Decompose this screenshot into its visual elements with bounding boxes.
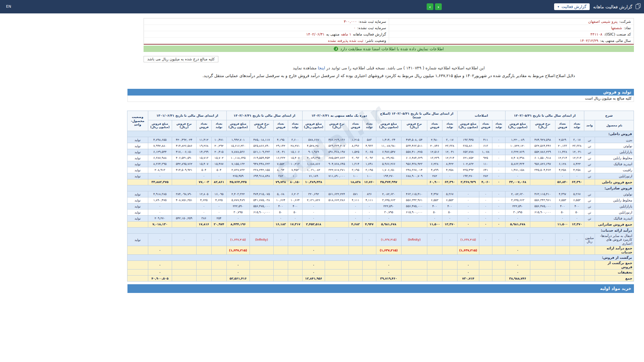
value-cell [570, 276, 584, 282]
value-cell: ۱,۴۷۱,۱۵۸ [505, 167, 530, 173]
page-title: گزارش فعالیت ماهانه [593, 4, 632, 9]
column-header: نرخ فروش (ریال) [250, 120, 273, 131]
value-cell: ۲,۰۸۲,۶۳۰ [505, 191, 530, 197]
value-cell: ۱,۰۳۱,۰۸۲ [302, 167, 325, 173]
info-row: کد صنعت (ISIC):۴۴۱۱۰۸ [389, 31, 634, 38]
value-cell: ۰ [226, 261, 250, 269]
value-cell: ۹۴۷,۴۴۸,۶۲۳ [250, 161, 273, 167]
value-cell: ۰ [457, 261, 479, 269]
column-header: مبلغ فروش (میلیون ریال) [302, 120, 325, 131]
value-cell: ۶,۳۸۷,۹۸۸ [148, 155, 172, 161]
table-row: ارتوزایلینتن۵۰۵۰۶۱۵,۹۰۰,۰۰۰۳۰,۷۹۵۰۰۰۵۰۵۰… [127, 209, 634, 215]
value-cell: ۰ [457, 203, 479, 209]
value-cell: ۳,۶۰۰ [288, 137, 302, 143]
info-value: ۴۴۱۱۰۸ [590, 32, 602, 37]
value-cell: ۰ [492, 221, 505, 227]
correction-reason: دلایل اصلاح:اصلاح مربوط به مقادیر بارگیر… [144, 73, 634, 78]
production-table-wrapper: Codal.ir شرحاز ابتدای سال مالی تا تاریخ … [127, 111, 634, 282]
value-cell: ۰ [148, 209, 172, 215]
unit-cell: میلیون ریال [584, 233, 595, 246]
value-cell: ۴,۴۹۷ [555, 191, 570, 197]
column-header: نام محصول [595, 120, 634, 131]
column-group-header: از ابتدای سال مالی تا تاریخ ۱۴۰۲/۰۶/۳۱ [226, 111, 302, 120]
value-cell: ۲۰۸,۹۱۳ [148, 167, 172, 173]
value-cell: ۵۷۸,۶۶۷ [302, 137, 325, 143]
value-cell [250, 246, 273, 255]
value-cell: ۱۰۲,۸۳۲ [457, 161, 479, 167]
info-value: پترو شیمی اصفهان [588, 19, 618, 24]
column-header: مبلغ فروش (میلیون ریال) [457, 120, 479, 131]
product-name-cell: بنزن [595, 137, 634, 143]
value-cell: ۷۷,۰۰۳ [196, 179, 211, 185]
value-cell [442, 261, 457, 269]
value-cell: ۰ [492, 197, 505, 203]
value-cell [250, 179, 273, 185]
unit-cell: تن [584, 191, 595, 197]
value-cell: ۴,۶۸۲ [348, 221, 362, 227]
value-cell [479, 261, 492, 269]
value-cell: ۶,۵۵۳ [555, 197, 570, 203]
status-cell: تولید [127, 143, 148, 149]
previous-version-link[interactable]: اینجا [318, 66, 325, 70]
value-cell: ۶۱۵,۹۰۰,۰۰۰ [250, 209, 273, 215]
value-cell: ۵۳۹,۳۳۴,۲۰۷ [325, 143, 348, 149]
value-cell [442, 269, 457, 276]
value-cell: ۰ [196, 173, 211, 179]
value-cell: ۴۲۰,۴۹۲,۰۲۴ [172, 137, 196, 143]
next-report-button[interactable]: › [435, 3, 442, 10]
report-type-dropdown[interactable]: گزارش فعالیت ▾ [554, 3, 590, 10]
value-cell: ۰ [457, 269, 479, 276]
info-value: ۱ ماهه [341, 32, 351, 37]
value-cell: ۱۵,۴۷۷ [211, 161, 226, 167]
product-name-cell: پارازایلین [595, 203, 634, 209]
value-cell: ۱۷,۸۱۶ [196, 221, 211, 227]
value-cell [570, 246, 584, 255]
info-row: سرمایه ثبت نشده:۰ [144, 25, 389, 31]
value-cell: ۴,۶۲۵ [196, 197, 211, 203]
status-cell: تولید [127, 197, 148, 203]
value-cell: ۰ [148, 173, 172, 179]
value-cell: ۱۰,۱۱۸,۶۴۵ [226, 155, 250, 161]
value-cell: ۰ [325, 233, 348, 246]
column-header: تعداد تولید [362, 120, 376, 131]
value-cell: ۰ [479, 203, 492, 209]
product-name-cell: جمع برگشت از فروش [595, 261, 634, 269]
value-cell: ۰ [457, 191, 479, 197]
value-cell: ۴,۱۱۱ [348, 197, 362, 203]
total-row: جمع برگشت از فروش۰۰۰۰۰۰ [127, 261, 634, 269]
value-cell: ۹۰۱,۹۸۹ [302, 149, 325, 155]
value-cell: ۶۰۶,۴۸۴,۶۲۹ [401, 155, 427, 161]
value-cell: ۵۰ [555, 209, 570, 215]
value-cell [401, 246, 427, 255]
value-cell: ۴,۱۱۱ [362, 197, 376, 203]
value-cell: ۲,۴۵۲,۵۱۸ [302, 221, 325, 227]
value-cell: ۱۵,۴۰۷ [196, 161, 211, 167]
column-header: تعداد تولید [570, 120, 584, 131]
value-cell: ۲,۱۳۱,۸۲۶ [302, 197, 325, 203]
value-cell: ۱۲,۸۴۱,۹۵۶ [302, 276, 325, 282]
value-cell: ۱۲,۳۱۴ [555, 155, 570, 161]
language-toggle-en[interactable]: EN [6, 4, 11, 9]
column-header: مبلغ فروش (میلیون ریال) [376, 120, 401, 131]
value-cell: ۶۰,۹۰۰ [427, 179, 442, 185]
value-cell: ۳۴۸,۳۶۷,۰۱۴ [401, 167, 427, 173]
value-cell [427, 246, 442, 255]
value-cell: ۶۵۳,۷۷۸ [457, 149, 479, 155]
unit-cell: تن [584, 203, 595, 209]
previous-report-button[interactable]: ‹ [427, 3, 433, 10]
column-header: نرخ فروش (ریال) [172, 120, 196, 131]
amounts-unit-note-box: کلیه مبالغ درج شده به میلیون ریال می باش… [144, 56, 218, 62]
status-cell: تولید [127, 155, 148, 161]
value-cell: ۶۷۵,۵۲۳,۷۶۳ [325, 155, 348, 161]
value-cell: ۴۰۰ [555, 203, 570, 209]
value-cell: ۵۵۶,۴۷۵,۰۰۰ [401, 203, 427, 209]
table-row: انیدرید فتالیکتن۸,۴۲۲۶,۱۲۸۹۵۶,۸۲۶,۶۹۷۵,۸… [127, 161, 634, 167]
value-cell [288, 261, 302, 269]
value-cell: (۱,۶۳۷,۲۱۵) [376, 233, 401, 246]
value-cell: ۷۹,۷۳۸ [273, 179, 288, 185]
value-cell: ۱۰,۲۱۳ [288, 161, 302, 167]
company-info-left-column: سرمایه ثبت شده:۳۰۰,۰۰۰سرمایه ثبت نشده:۰گ… [144, 18, 389, 44]
value-cell: ۴,۲۵۸ [442, 167, 457, 173]
unit-cell: تن [584, 161, 595, 167]
info-row: نماد:شصفها [389, 25, 634, 31]
